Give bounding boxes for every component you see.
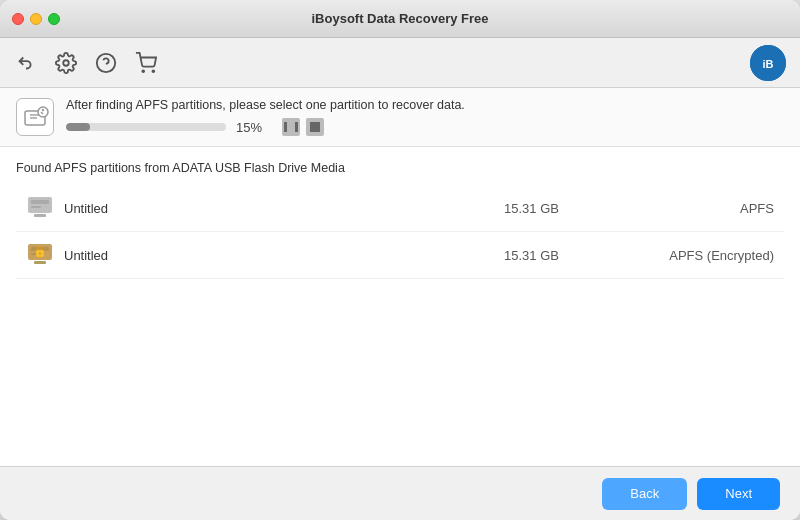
app-window: iBoysoft Data Recovery Free	[0, 0, 800, 520]
svg-point-22	[39, 252, 41, 254]
progress-bar-container	[66, 123, 226, 131]
table-row[interactable]: Untitled 15.31 GB APFS	[16, 185, 784, 232]
next-button[interactable]: Next	[697, 478, 780, 510]
toolbar: iB	[0, 38, 800, 88]
pause-button[interactable]	[282, 118, 300, 136]
help-icon[interactable]	[92, 49, 120, 77]
partition-size-2: 15.31 GB	[504, 248, 624, 263]
svg-rect-16	[34, 214, 46, 217]
partition-icon-2	[26, 241, 54, 269]
back-button[interactable]: Back	[602, 478, 687, 510]
brand-icon: iB	[750, 45, 786, 81]
traffic-lights	[12, 13, 60, 25]
partition-icon-1	[26, 194, 54, 222]
svg-text:iB: iB	[763, 58, 774, 70]
partition-name-1: Untitled	[64, 201, 504, 216]
maximize-button[interactable]	[48, 13, 60, 25]
svg-rect-20	[34, 261, 46, 264]
stop-button[interactable]	[306, 118, 324, 136]
svg-point-10	[38, 107, 48, 117]
status-bar: After finding APFS partitions, please se…	[0, 88, 800, 147]
section-title: Found APFS partitions from ADATA USB Fla…	[16, 161, 784, 175]
partition-type-1: APFS	[624, 201, 774, 216]
status-content: After finding APFS partitions, please se…	[66, 98, 784, 136]
svg-point-0	[63, 60, 69, 66]
back-icon[interactable]	[12, 49, 40, 77]
svg-point-12	[42, 109, 44, 111]
close-button[interactable]	[12, 13, 24, 25]
window-title: iBoysoft Data Recovery Free	[311, 11, 488, 26]
svg-rect-14	[31, 200, 49, 204]
brand-logo: iB	[748, 43, 788, 83]
main-content: Found APFS partitions from ADATA USB Fla…	[0, 147, 800, 466]
table-row[interactable]: Untitled 15.31 GB APFS (Encrypted)	[16, 232, 784, 279]
footer: Back Next	[0, 466, 800, 520]
cart-icon[interactable]	[132, 49, 160, 77]
status-text: After finding APFS partitions, please se…	[66, 98, 784, 112]
minimize-button[interactable]	[30, 13, 42, 25]
progress-row: 15%	[66, 118, 784, 136]
partition-name-2: Untitled	[64, 248, 504, 263]
partition-size-1: 15.31 GB	[504, 201, 624, 216]
svg-rect-15	[31, 206, 41, 208]
partition-type-2: APFS (Encrypted)	[624, 248, 774, 263]
scan-icon-box	[16, 98, 54, 136]
svg-rect-13	[28, 197, 52, 213]
progress-controls	[282, 118, 324, 136]
title-bar: iBoysoft Data Recovery Free	[0, 0, 800, 38]
partition-table: Untitled 15.31 GB APFS	[16, 185, 784, 279]
svg-point-4	[152, 70, 154, 72]
progress-percent: 15%	[236, 120, 272, 135]
settings-icon[interactable]	[52, 49, 80, 77]
progress-bar-fill	[66, 123, 90, 131]
svg-point-3	[142, 70, 144, 72]
